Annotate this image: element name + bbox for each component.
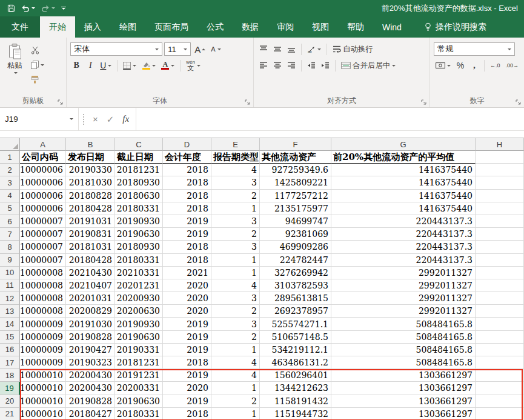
cell[interactable]: 2018 [163, 241, 211, 253]
row-header-16[interactable]: 16 [0, 344, 20, 356]
undo-button[interactable] [20, 2, 36, 15]
decrease-indent-button[interactable] [305, 59, 317, 72]
cell[interactable]: 3 [211, 318, 260, 330]
cell[interactable]: 2018 [163, 190, 211, 202]
column-header-F[interactable]: F [260, 138, 331, 151]
cell[interactable]: 463486131.2 [260, 356, 331, 369]
decrease-font-size-button[interactable]: A [209, 42, 222, 56]
cell[interactable]: 3276269942 [260, 267, 331, 279]
cell[interactable]: 20201031 [66, 292, 115, 305]
comma-style-button[interactable]: , [468, 59, 480, 72]
cell[interactable]: 2 [211, 305, 260, 318]
orientation-button[interactable]: ab [305, 42, 323, 56]
cell[interactable]: 20181031 [66, 241, 115, 253]
row-header-3[interactable]: 3 [0, 176, 20, 189]
cell[interactable]: 20181231 [115, 164, 163, 176]
ribbon-tab-审阅[interactable]: 审阅 [268, 16, 303, 38]
column-header-E[interactable]: E [211, 138, 260, 151]
cell[interactable]: 510657148.5 [260, 331, 331, 344]
cell[interactable]: 20190831 [66, 228, 115, 241]
cell[interactable]: 10000009 [20, 344, 66, 356]
cell[interactable]: 1 [211, 344, 260, 356]
cell[interactable]: 1416375440 [331, 176, 476, 189]
increase-indent-button[interactable] [319, 59, 331, 72]
cell[interactable]: 2 [211, 395, 260, 408]
cell[interactable] [476, 228, 524, 241]
cell[interactable]: 220443137.3 [331, 228, 476, 241]
customize-quick-access-button[interactable] [60, 2, 67, 15]
row-header-12[interactable]: 12 [0, 292, 20, 305]
cell[interactable]: 2 [211, 190, 260, 202]
insert-function-button[interactable]: fx [118, 108, 133, 130]
column-header-H[interactable]: H [476, 138, 524, 151]
cell[interactable]: 220443137.3 [331, 254, 476, 267]
cell[interactable]: 1425809221 [260, 176, 331, 189]
cell[interactable]: 1560296401 [260, 369, 331, 382]
cell[interactable] [476, 267, 524, 279]
row-header-13[interactable]: 13 [0, 305, 20, 318]
cell[interactable]: 10000008 [20, 279, 66, 292]
cell[interactable] [476, 202, 524, 215]
font-size-select[interactable]: 11 [164, 42, 191, 56]
italic-button[interactable]: I [84, 59, 96, 72]
align-left-button[interactable] [257, 59, 270, 72]
row-header-9[interactable]: 9 [0, 254, 20, 267]
header-cell[interactable]: 其他流动资产 [260, 151, 331, 164]
ribbon-tab-视图[interactable]: 视图 [303, 16, 338, 38]
cell[interactable]: 2992011327 [331, 279, 476, 292]
column-header-B[interactable]: B [66, 138, 115, 151]
cell[interactable]: 20180930 [115, 241, 163, 253]
cell[interactable]: 20180630 [115, 190, 163, 202]
alignment-dialog-launcher[interactable] [420, 98, 428, 105]
cell[interactable]: 1 [211, 267, 260, 279]
cell[interactable]: 10000010 [20, 369, 66, 382]
cell[interactable]: 10000010 [20, 382, 66, 395]
cell[interactable] [476, 176, 524, 189]
cell[interactable]: 2 [211, 331, 260, 344]
align-top-button[interactable] [257, 42, 270, 56]
cell[interactable]: 10000010 [20, 395, 66, 408]
cell[interactable]: 20190828 [66, 331, 115, 344]
cell[interactable]: 508484165.8 [331, 318, 476, 330]
cell[interactable]: 1344212623 [260, 382, 331, 395]
column-header-A[interactable]: A [20, 138, 66, 151]
cell[interactable]: 10000008 [20, 267, 66, 279]
cell[interactable] [476, 408, 524, 420]
cell[interactable]: 1 [211, 254, 260, 267]
cell[interactable]: 94699747 [260, 215, 331, 228]
row-header-18[interactable]: 18 [0, 369, 20, 382]
cell[interactable]: 20180828 [66, 190, 115, 202]
cell[interactable] [476, 279, 524, 292]
cell[interactable]: 10000008 [20, 305, 66, 318]
fill-color-button[interactable] [140, 59, 158, 72]
select-all-corner[interactable] [0, 138, 20, 151]
decrease-decimal-button[interactable]: .00→ [503, 59, 520, 72]
cell[interactable]: 20200430 [66, 369, 115, 382]
cell[interactable]: 10000008 [20, 292, 66, 305]
cell[interactable]: 1303661297 [331, 408, 476, 420]
cancel-button[interactable]: × [88, 108, 102, 130]
cell[interactable]: 10000006 [20, 202, 66, 215]
cell[interactable]: 4 [211, 356, 260, 369]
cell[interactable]: 2018 [163, 164, 211, 176]
cell[interactable]: 20191231 [115, 369, 163, 382]
save-button[interactable] [6, 2, 16, 15]
header-cell[interactable]: 报告期类型 [211, 151, 260, 164]
clipboard-dialog-launcher[interactable] [57, 98, 64, 105]
cell[interactable]: 20200630 [115, 305, 163, 318]
row-header-8[interactable]: 8 [0, 241, 20, 253]
header-cell[interactable]: 截止日期 [115, 151, 163, 164]
paste-button[interactable]: 粘贴 [4, 41, 26, 85]
header-cell[interactable]: 会计年度 [163, 151, 211, 164]
cell[interactable]: 20200430 [66, 382, 115, 395]
cell[interactable]: 220443137.3 [331, 241, 476, 253]
cell[interactable]: 20200930 [115, 292, 163, 305]
cell[interactable]: 20181030 [66, 176, 115, 189]
cell[interactable]: 525574271.1 [260, 318, 331, 330]
cell[interactable]: 20180427 [66, 408, 115, 420]
header-cell[interactable]: 发布日期 [66, 151, 115, 164]
cell[interactable] [476, 344, 524, 356]
cell[interactable]: 2992011327 [331, 267, 476, 279]
ribbon-tab-绘图[interactable]: 绘图 [110, 16, 145, 38]
cell[interactable]: 1303661297 [331, 382, 476, 395]
